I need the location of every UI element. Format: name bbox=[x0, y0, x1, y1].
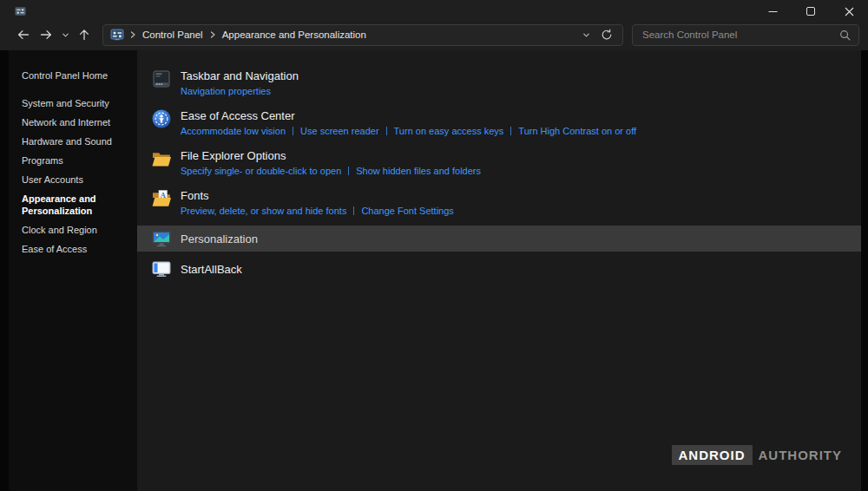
link-preview-delete-show-hide-fonts[interactable]: Preview, delete, or show and hide fonts bbox=[181, 205, 346, 217]
up-button[interactable] bbox=[73, 23, 95, 46]
link-change-font-settings[interactable]: Change Font Settings bbox=[361, 205, 453, 217]
breadcrumb-control-panel[interactable]: Control Panel bbox=[138, 29, 207, 40]
category-personalization[interactable]: Personalization bbox=[137, 226, 861, 252]
search-icon[interactable] bbox=[839, 29, 851, 41]
close-icon bbox=[845, 7, 854, 16]
category-title-personalization[interactable]: Personalization bbox=[181, 232, 258, 246]
category-fonts: A Fonts Preview, delete, or show and hid… bbox=[137, 186, 861, 219]
back-arrow-icon bbox=[16, 28, 30, 42]
forward-arrow-icon bbox=[39, 28, 53, 42]
sidebar-item-user-accounts[interactable]: User Accounts bbox=[9, 170, 137, 189]
watermark-authority-text: AUTHORITY bbox=[759, 448, 843, 462]
sidebar-item-programs[interactable]: Programs bbox=[9, 151, 137, 170]
link-separator bbox=[386, 127, 387, 135]
category-links: Accommodate low vision Use screen reader… bbox=[181, 125, 636, 137]
category-links: Specify single- or double-click to open … bbox=[181, 165, 481, 177]
link-separator bbox=[348, 167, 349, 175]
refresh-icon bbox=[601, 29, 613, 41]
startallback-icon[interactable] bbox=[151, 259, 172, 279]
taskbar-icon[interactable] bbox=[151, 69, 172, 89]
fonts-folder-icon[interactable]: A bbox=[151, 188, 172, 209]
category-links: Preview, delete, or show and hide fonts … bbox=[181, 205, 454, 217]
chevron-down-icon bbox=[582, 30, 591, 40]
sidebar-item-control-panel-home[interactable]: Control Panel Home bbox=[9, 66, 137, 85]
watermark: ANDROID AUTHORITY bbox=[672, 445, 843, 465]
link-accommodate-low-vision[interactable]: Accommodate low vision bbox=[181, 125, 286, 137]
category-title-startallback[interactable]: StartAllBack bbox=[181, 262, 242, 277]
link-separator bbox=[353, 206, 354, 215]
sidebar-item-hardware-and-sound[interactable]: Hardware and Sound bbox=[9, 132, 137, 151]
right-gutter bbox=[861, 50, 868, 491]
address-dropdown-button[interactable] bbox=[575, 25, 596, 45]
maximize-button[interactable] bbox=[792, 0, 830, 23]
personalization-icon bbox=[151, 228, 172, 249]
category-title-fonts[interactable]: Fonts bbox=[181, 188, 454, 203]
category-links: Navigation properties bbox=[181, 85, 299, 97]
left-gutter bbox=[0, 50, 9, 491]
link-navigation-properties[interactable]: Navigation properties bbox=[181, 85, 271, 97]
search-input[interactable] bbox=[641, 29, 834, 41]
sidebar-item-system-and-security[interactable]: System and Security bbox=[9, 94, 137, 113]
content-area: Control Panel Home System and Security N… bbox=[0, 50, 868, 491]
breadcrumb-appearance-personalization[interactable]: Appearance and Personalization bbox=[218, 29, 371, 40]
category-file-explorer-options: File Explorer Options Specify single- or… bbox=[137, 146, 861, 180]
minimize-icon bbox=[768, 7, 778, 16]
link-separator bbox=[510, 127, 511, 135]
control-panel-icon[interactable] bbox=[110, 28, 124, 42]
link-use-screen-reader[interactable]: Use screen reader bbox=[300, 125, 379, 137]
up-arrow-icon bbox=[77, 28, 91, 42]
chevron-down-icon bbox=[61, 30, 70, 40]
link-show-hidden-files-and-folders[interactable]: Show hidden files and folders bbox=[356, 165, 481, 177]
sidebar-item-clock-and-region[interactable]: Clock and Region bbox=[9, 220, 137, 239]
minimize-button[interactable] bbox=[753, 0, 792, 23]
link-specify-single-or-double-click[interactable]: Specify single- or double-click to open bbox=[181, 165, 341, 177]
close-button[interactable] bbox=[830, 0, 868, 23]
forward-button[interactable] bbox=[35, 23, 57, 46]
sidebar-item-ease-of-access[interactable]: Ease of Access bbox=[9, 239, 137, 259]
titlebar bbox=[0, 0, 868, 23]
category-list: Taskbar and Navigation Navigation proper… bbox=[137, 50, 861, 491]
app-icon bbox=[14, 5, 27, 18]
chevron-right-icon[interactable] bbox=[207, 30, 218, 39]
recent-locations-button[interactable] bbox=[57, 23, 73, 46]
category-title-file-explorer-options[interactable]: File Explorer Options bbox=[181, 148, 481, 163]
toolbar: Control Panel Appearance and Personaliza… bbox=[0, 23, 868, 50]
link-turn-on-easy-access-keys[interactable]: Turn on easy access keys bbox=[394, 125, 504, 137]
category-ease-of-access-center: Ease of Access Center Accommodate low vi… bbox=[137, 106, 861, 140]
back-button[interactable] bbox=[12, 23, 35, 46]
sidebar: Control Panel Home System and Security N… bbox=[9, 50, 137, 491]
link-turn-high-contrast-on-or-off[interactable]: Turn High Contrast on or off bbox=[518, 125, 636, 137]
category-title-ease-of-access-center[interactable]: Ease of Access Center bbox=[181, 108, 636, 123]
chevron-right-icon[interactable] bbox=[128, 30, 138, 39]
control-panel-window: Control Panel Appearance and Personaliza… bbox=[0, 0, 868, 491]
category-taskbar-and-navigation: Taskbar and Navigation Navigation proper… bbox=[137, 66, 861, 100]
category-startallback: StartAllBack bbox=[137, 256, 861, 282]
category-title-taskbar-and-navigation[interactable]: Taskbar and Navigation bbox=[181, 69, 299, 83]
address-bar[interactable]: Control Panel Appearance and Personaliza… bbox=[102, 24, 623, 46]
sidebar-item-appearance-and-personalization[interactable]: Appearance and Personalization bbox=[9, 189, 137, 220]
link-separator bbox=[293, 127, 293, 135]
maximize-icon bbox=[806, 7, 815, 16]
refresh-button[interactable] bbox=[596, 25, 617, 45]
search-box[interactable] bbox=[632, 24, 859, 46]
folder-options-icon[interactable] bbox=[151, 148, 172, 169]
sidebar-item-network-and-internet[interactable]: Network and Internet bbox=[9, 113, 137, 132]
ease-of-access-icon[interactable] bbox=[151, 108, 172, 129]
watermark-android-badge: ANDROID bbox=[672, 445, 753, 465]
